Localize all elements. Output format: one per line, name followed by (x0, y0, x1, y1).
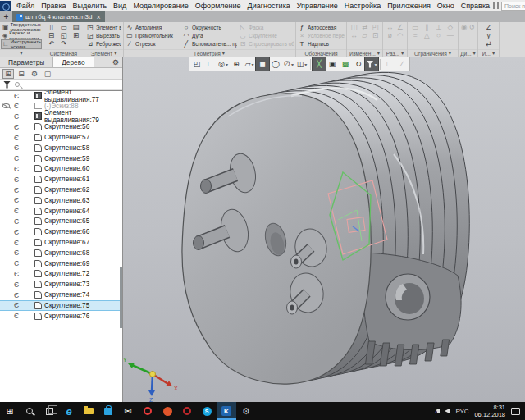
circle-button[interactable]: ○Окружность (182, 23, 237, 31)
tree-row[interactable]: ЄСкругление:66 (0, 226, 122, 237)
taskbar-explorer-icon[interactable] (79, 402, 98, 420)
undo-icon[interactable]: ↶ (48, 39, 54, 48)
normal-to-button[interactable]: ▱▾ (243, 57, 256, 71)
tree-row[interactable]: ЄСкругление:57 (0, 132, 122, 143)
tree-row[interactable]: ЄСкругление:75 (0, 300, 122, 311)
y-axis-tool-icon[interactable]: y (486, 31, 490, 39)
tree-row[interactable]: ЄЭлемент выдавливания:77 (0, 90, 122, 101)
ribbon-section-label[interactable]: Изменен...▾ (347, 49, 382, 57)
tree-search-icon[interactable] (15, 82, 20, 87)
ribbon-section-label[interactable]: Системная (43, 49, 84, 57)
taskbar-clock[interactable]: 8:31 06.12.2018 (474, 404, 505, 418)
ribbon-section-label[interactable]: Ди...▾ (459, 49, 477, 57)
taskbar-kompas-icon[interactable]: K (217, 402, 236, 420)
hide-objects-button[interactable]: ∅▾ (282, 57, 295, 71)
save-all-icon[interactable]: ⊞ (73, 31, 79, 39)
open-document-icon[interactable]: ▭ (60, 23, 66, 31)
taskbar-store-icon[interactable] (98, 402, 118, 420)
taskbar-settings-icon[interactable]: ⚙ (236, 402, 256, 420)
ribbon-section-label[interactable]: Ограничения▾ (408, 49, 458, 57)
zoom-button[interactable]: ◎▾ (217, 57, 230, 71)
arc-button[interactable]: ◠Дуга (182, 31, 237, 39)
auxiliary-line-button[interactable]: ╱Вспомогатель... прямая (182, 40, 237, 48)
taskbar-app-red-icon[interactable] (158, 402, 177, 420)
window-doc-icon-2[interactable] (497, 2, 499, 9)
menu-item[interactable]: Настройка (341, 2, 384, 10)
taskbar-search-icon[interactable] (20, 402, 39, 420)
tree-filter-icon[interactable] (3, 81, 11, 89)
tree-row[interactable]: ЄСкругление:76 (0, 311, 122, 322)
tree-composition-icon[interactable]: ⚙ (29, 69, 40, 79)
tree-row[interactable]: ЄСкругление:72 (0, 269, 122, 280)
menu-item[interactable]: Оформление (192, 2, 244, 10)
stiffener-rib-button[interactable]: ⊿Ребро жесткости (86, 40, 121, 48)
extrude-element-button[interactable]: ◳Элемент выдавливания (86, 23, 121, 31)
taskbar-edge-icon[interactable]: e (59, 402, 79, 420)
taskbar-task-view-icon[interactable] (39, 402, 59, 420)
text-label-button[interactable]: TНадпись (298, 40, 345, 48)
print-preview-icon[interactable]: ◱ (60, 31, 66, 39)
print-icon[interactable]: ⊟ (48, 31, 54, 39)
rotate-view-button[interactable]: ↻ (352, 57, 365, 71)
ribbon-section-label[interactable]: Геометрия▾ (124, 49, 295, 57)
taskbar-start-icon[interactable]: ⊞ (0, 402, 20, 420)
app-logo-icon[interactable] (0, 1, 11, 11)
segment-button[interactable]: ∕Отрезок (126, 40, 180, 48)
document-tab[interactable]: шт гбц 4 клапана.m3d × (12, 11, 105, 22)
tree-row[interactable]: ЄСкругление:65 (0, 217, 122, 227)
window-doc-icon-1[interactable] (493, 2, 495, 9)
new-tab-button[interactable]: + (0, 11, 12, 22)
tree-row[interactable]: ЄСкругление:64 (0, 206, 122, 217)
tab-tree[interactable]: Дерево (52, 57, 94, 67)
taskbar-opera-icon[interactable] (138, 402, 158, 420)
layers-button[interactable]: ▩ (339, 57, 352, 71)
tree-row[interactable]: ЄСкругление:60 (0, 164, 122, 175)
menu-item[interactable]: Моделирование (130, 2, 191, 10)
swap-tool-icon[interactable]: ⇄ (486, 39, 491, 48)
clip-area-button[interactable]: ◫▾ (295, 57, 308, 71)
tree-structure-view-icon[interactable]: ⊞ (2, 69, 14, 79)
sheet-corner-button[interactable]: ◰ (190, 57, 203, 71)
volume-icon[interactable] (445, 409, 450, 413)
tree-row[interactable]: ЄСкругление:67 (0, 237, 122, 248)
taskbar-mail-icon[interactable]: ✉ (118, 402, 138, 420)
menu-item[interactable]: Окно (434, 2, 458, 10)
tree-row[interactable]: ЄСкругление:74 (0, 290, 122, 300)
rectangle-button[interactable]: ▭Прямоугольник (126, 31, 180, 39)
taskbar-skype-icon[interactable]: S (197, 402, 217, 420)
autoline-button[interactable]: ∿Автолиния (126, 23, 180, 31)
tree-row[interactable]: ЄСкругление:73 (0, 279, 122, 290)
z-order-icon[interactable]: Z (486, 23, 491, 31)
tree-row[interactable]: ЄСкругление:58 (0, 143, 122, 153)
ribbon-section-label[interactable]: И...▾ (478, 49, 499, 57)
menu-item[interactable]: Вид (110, 2, 130, 10)
tree-row[interactable]: ЄСкругление:63 (0, 195, 122, 206)
tab-close-button[interactable]: × (96, 13, 100, 21)
ribbon-section-label[interactable]: ▾ (0, 49, 43, 57)
taskbar-app-darkred-icon[interactable] (177, 402, 197, 420)
tree-row[interactable]: ЄСкругление:69 (0, 258, 122, 269)
mode-solid-modeling[interactable]: ▣Твердотельное моделирование (2, 23, 41, 31)
menu-item[interactable]: Правка (38, 2, 69, 10)
menu-item[interactable]: Приложения (384, 2, 434, 10)
cut-extrude-button[interactable]: ◲Вырезать выдавливанием (86, 31, 121, 39)
tree-row[interactable]: ЄСкругление:68 (0, 248, 122, 258)
tree-scrollbar[interactable] (120, 267, 122, 328)
shaded-display-button[interactable]: ◼ (256, 57, 269, 71)
sketch-plane-button[interactable]: ∟ (203, 57, 217, 71)
tree-row[interactable]: ЄЭлемент выдавливания:79 (0, 112, 122, 122)
mode-wireframe-surfaces[interactable]: ◈Каркас и поверхности (2, 31, 41, 39)
menu-item[interactable]: Выделить (70, 2, 111, 10)
ribbon-section-label[interactable]: Элемент▾ (84, 49, 123, 57)
panel-settings-gear-icon[interactable]: ⚙ (109, 57, 122, 67)
command-search-input[interactable] (501, 2, 525, 11)
tree-row[interactable]: ЄСкругление:62 (0, 185, 122, 195)
mode-sketch-tools[interactable]: ∟Инструменты эскиза (2, 40, 41, 48)
wireframe-display-button[interactable]: ◯ (269, 57, 282, 71)
redo-icon[interactable]: ↷ (61, 39, 66, 48)
section-view-button[interactable]: ▣ (326, 57, 339, 71)
move-measure-button[interactable]: ╳ (313, 57, 326, 71)
tree-plain-view-icon[interactable]: ⊟ (16, 69, 27, 79)
tree-row[interactable]: ЄСкругление:59 (0, 153, 122, 164)
save-icon[interactable]: ▤ (72, 23, 79, 31)
